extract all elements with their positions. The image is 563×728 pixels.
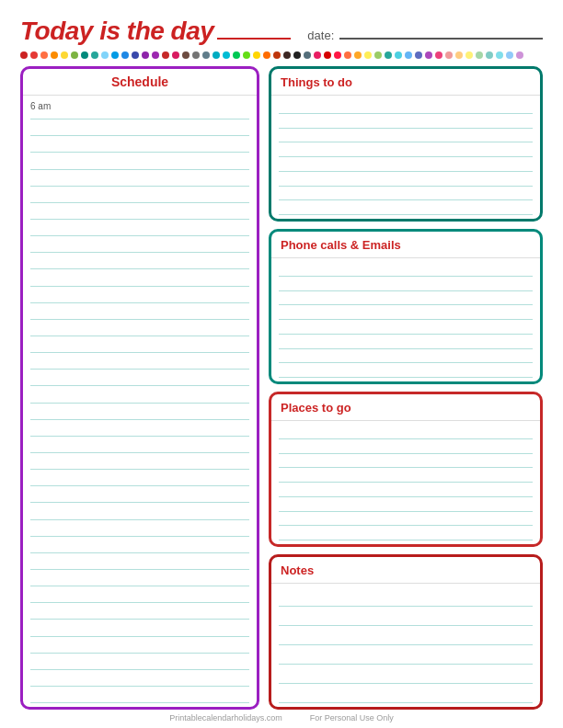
dot	[324, 51, 331, 59]
dot	[334, 51, 341, 59]
dot	[253, 51, 260, 59]
dot	[486, 51, 493, 59]
dot	[506, 51, 513, 59]
section-line	[279, 187, 533, 201]
notes-header: Notes	[271, 557, 540, 584]
dot	[51, 51, 58, 59]
dot	[233, 51, 240, 59]
section-line	[279, 512, 533, 527]
dot	[162, 51, 169, 59]
dot	[101, 51, 109, 59]
schedule-body[interactable]: 6 am	[23, 96, 257, 707]
section-line	[279, 291, 533, 306]
dot	[273, 51, 281, 59]
notes-body[interactable]	[271, 584, 540, 707]
schedule-time-start: 6 am	[30, 101, 51, 111]
main-content: Schedule 6 am Things to do	[20, 66, 543, 710]
dot	[405, 51, 412, 59]
places-to-go-header: Places to go	[271, 394, 540, 421]
dot	[40, 51, 48, 59]
schedule-line	[30, 153, 249, 169]
section-line	[279, 665, 533, 684]
section-line	[279, 363, 533, 378]
footer-left: Printablecalendarholidays.com	[169, 713, 282, 722]
phone-calls-title: Phone calls & Emails	[281, 238, 401, 252]
dot	[91, 51, 98, 59]
schedule-line	[30, 103, 249, 119]
schedule-line	[30, 170, 249, 187]
dot	[435, 51, 442, 59]
section-line	[279, 454, 533, 469]
phone-calls-body[interactable]	[271, 258, 540, 381]
schedule-box: Schedule 6 am	[20, 66, 259, 710]
schedule-line	[30, 203, 249, 220]
dot	[465, 51, 473, 59]
dot	[395, 51, 402, 59]
dot	[516, 51, 523, 59]
section-line	[279, 172, 533, 187]
schedule-line	[30, 553, 249, 570]
dot	[344, 51, 351, 59]
section-line	[279, 483, 533, 497]
schedule-title: Schedule	[111, 74, 168, 89]
schedule-line	[30, 520, 249, 537]
schedule-line	[30, 303, 249, 320]
places-to-go-title: Places to go	[281, 401, 351, 415]
schedule-line	[30, 269, 249, 286]
footer: Printablecalendarholidays.com For Person…	[20, 713, 543, 722]
section-line	[279, 114, 533, 129]
dot	[385, 51, 392, 59]
things-to-do-body[interactable]	[271, 96, 540, 219]
schedule-line	[30, 654, 249, 670]
dot	[445, 51, 453, 59]
section-line	[279, 142, 533, 157]
dot	[223, 51, 230, 59]
dot	[293, 51, 301, 59]
schedule-line	[30, 287, 249, 303]
schedule-line	[30, 470, 249, 486]
dot	[132, 51, 139, 59]
section-line	[279, 320, 533, 335]
schedule-line	[30, 503, 249, 519]
schedule-line	[30, 370, 249, 386]
dot	[415, 51, 422, 59]
schedule-line	[30, 320, 249, 336]
dot	[61, 51, 68, 59]
section-line	[279, 200, 533, 215]
schedule-line	[30, 687, 249, 703]
schedule-line	[30, 136, 249, 153]
schedule-line	[30, 570, 249, 586]
dot	[476, 51, 483, 59]
dot	[496, 51, 503, 59]
section-line	[279, 99, 533, 114]
dot	[30, 51, 38, 59]
schedule-line	[30, 119, 249, 136]
schedule-line	[30, 420, 249, 437]
section-line	[279, 587, 533, 607]
schedule-line	[30, 620, 249, 636]
things-to-do-header: Things to do	[271, 69, 540, 96]
places-to-go-body[interactable]	[271, 421, 540, 544]
dot	[354, 51, 362, 59]
dot	[20, 51, 28, 59]
things-to-do-title: Things to do	[281, 75, 352, 89]
schedule-line	[30, 220, 249, 236]
section-line	[279, 497, 533, 512]
section-line	[279, 129, 533, 143]
schedule-line	[30, 537, 249, 553]
dot	[121, 51, 129, 59]
section-line	[279, 335, 533, 349]
phone-calls-box: Phone calls & Emails	[269, 229, 543, 384]
schedule-line	[30, 236, 249, 253]
schedule-line	[30, 336, 249, 353]
dot	[152, 51, 159, 59]
section-line	[279, 305, 533, 320]
section-line	[279, 607, 533, 626]
section-line	[279, 349, 533, 364]
section-line	[279, 277, 533, 291]
section-line	[279, 684, 533, 703]
notes-title: Notes	[281, 563, 314, 577]
footer-right: For Personal Use Only	[310, 713, 394, 722]
schedule-line	[30, 386, 249, 403]
schedule-line	[30, 187, 249, 203]
